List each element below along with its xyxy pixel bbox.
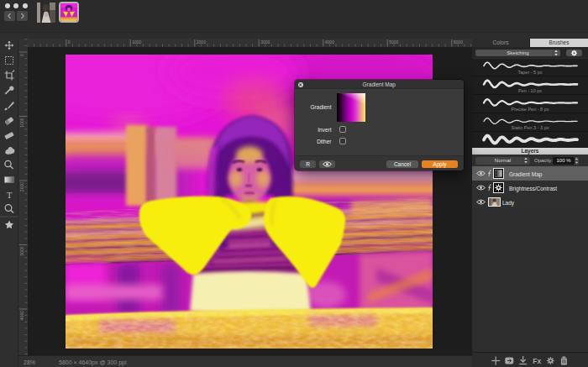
svg-text:T: T bbox=[7, 190, 13, 200]
svg-text:1000: 1000 bbox=[19, 118, 24, 127]
svg-text:4000: 4000 bbox=[19, 311, 24, 320]
svg-text:1000: 1000 bbox=[132, 39, 141, 45]
svg-text:3000: 3000 bbox=[19, 246, 24, 255]
svg-text:5000: 5000 bbox=[389, 39, 398, 45]
svg-text:6000: 6000 bbox=[454, 39, 463, 45]
svg-text:0: 0 bbox=[19, 54, 24, 56]
svg-text:0: 0 bbox=[68, 39, 71, 45]
svg-text:3000: 3000 bbox=[260, 39, 270, 45]
svg-text:Fx: Fx bbox=[533, 357, 541, 365]
svg-text:2000: 2000 bbox=[19, 182, 24, 191]
svg-text:4000: 4000 bbox=[325, 39, 334, 45]
svg-text:2000: 2000 bbox=[197, 39, 206, 45]
